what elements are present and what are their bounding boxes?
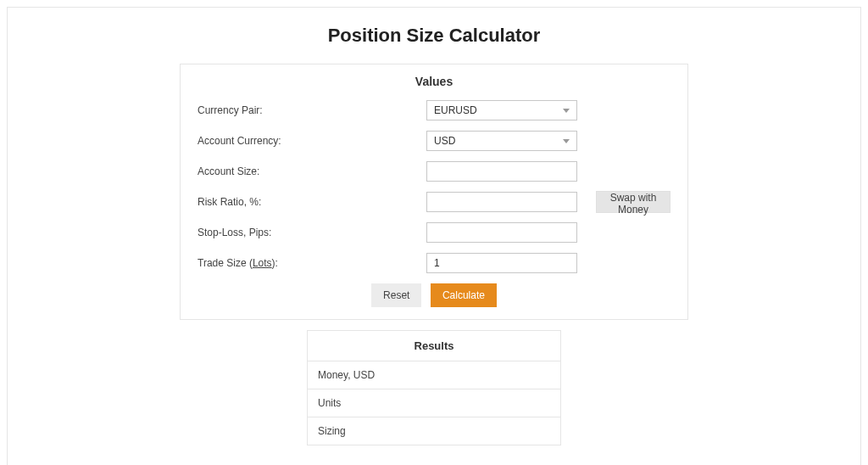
main-container: Position Size Calculator Values Currency… [7,7,861,465]
values-card: Values Currency Pair: EURUSD Account Cur… [180,64,688,320]
result-sizing: Sizing [308,417,560,445]
page-title: Position Size Calculator [42,25,826,47]
account-size-label: Account Size: [198,165,426,177]
calculate-button[interactable]: Calculate [431,283,497,307]
stop-loss-input[interactable] [426,222,577,243]
risk-ratio-label: Risk Ratio, %: [198,196,426,208]
currency-pair-row: Currency Pair: EURUSD [198,100,670,120]
currency-pair-label: Currency Pair: [198,104,426,116]
result-money: Money, USD [308,361,560,389]
account-size-input[interactable] [426,161,577,182]
button-row: Reset Calculate [198,283,670,307]
risk-ratio-row: Risk Ratio, %: Swap with Money [198,192,670,212]
results-heading: Results [308,331,560,361]
chevron-down-icon [563,109,570,113]
trade-size-label: Trade Size (Lots): [198,257,426,269]
risk-ratio-input[interactable] [426,192,577,212]
result-units: Units [308,389,560,417]
account-currency-select[interactable]: USD [426,131,577,151]
lots-link[interactable]: Lots [253,257,272,269]
results-card: Results Money, USD Units Sizing [307,330,561,445]
reset-button[interactable]: Reset [371,283,421,307]
currency-pair-value: EURUSD [434,104,477,116]
stop-loss-row: Stop-Loss, Pips: [198,222,670,243]
trade-size-row: Trade Size (Lots): [198,253,670,273]
swap-with-money-button[interactable]: Swap with Money [596,191,670,213]
account-currency-row: Account Currency: USD [198,131,670,151]
values-heading: Values [198,75,670,88]
chevron-down-icon [563,139,570,143]
stop-loss-label: Stop-Loss, Pips: [198,227,426,238]
account-currency-value: USD [434,135,455,147]
currency-pair-select[interactable]: EURUSD [426,100,577,120]
account-currency-label: Account Currency: [198,135,426,147]
account-size-row: Account Size: [198,161,670,182]
trade-size-input[interactable] [426,253,577,273]
